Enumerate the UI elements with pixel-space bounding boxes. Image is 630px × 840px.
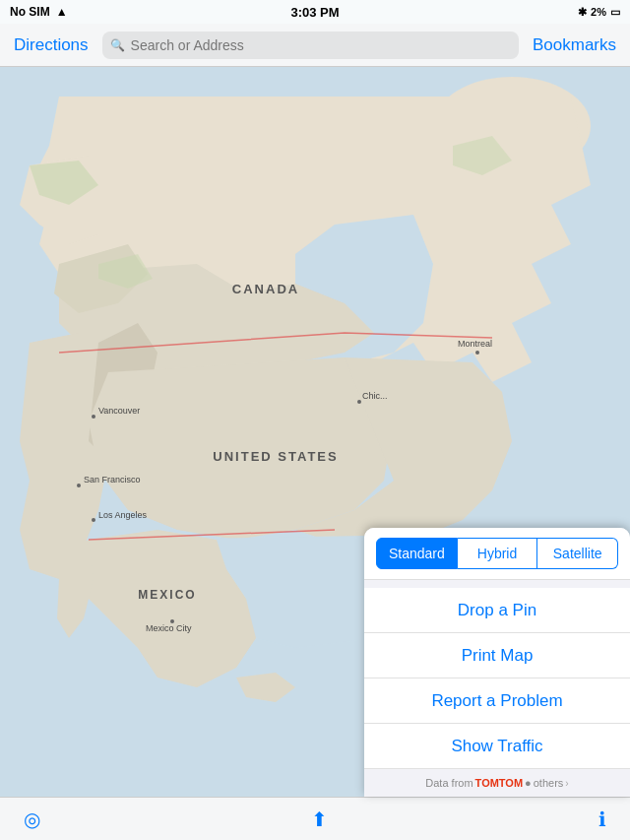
map-type-selector: Standard Hybrid Satellite — [364, 528, 630, 580]
search-bar[interactable]: 🔍 — [102, 32, 519, 59]
nav-bar: Directions 🔍 Bookmarks — [0, 24, 630, 67]
chevron-right-icon: › — [565, 778, 568, 789]
canada-label: CANADA — [232, 282, 299, 296]
bookmarks-button[interactable]: Bookmarks — [533, 35, 616, 55]
hybrid-map-button[interactable]: Hybrid — [458, 538, 538, 569]
print-map-button[interactable]: Print Map — [364, 633, 630, 678]
bluetooth-icon: ✱ — [578, 6, 587, 19]
directions-button[interactable]: Directions — [14, 35, 89, 55]
svg-point-4 — [77, 484, 81, 487]
search-input[interactable] — [131, 37, 511, 53]
drop-pin-button[interactable]: Drop a Pin — [364, 588, 630, 633]
tomtom-logo: TOMTOM — [475, 777, 523, 789]
battery-icon: ▭ — [610, 6, 620, 19]
satellite-map-button[interactable]: Satellite — [537, 538, 618, 569]
share-button[interactable]: ⬆ — [311, 808, 328, 831]
standard-map-button[interactable]: Standard — [376, 538, 458, 569]
svg-text:Mexico City: Mexico City — [146, 623, 192, 633]
status-right: ✱ 2% ▭ — [578, 6, 620, 19]
popup-panel: Standard Hybrid Satellite Drop a Pin Pri… — [364, 528, 630, 797]
carrier-text: No SIM — [10, 5, 50, 19]
battery-text: 2% — [591, 6, 606, 18]
svg-text:Los Angeles: Los Angeles — [98, 510, 148, 520]
svg-point-12 — [475, 351, 479, 355]
svg-point-10 — [357, 400, 361, 404]
attribution-dot: ● — [525, 777, 532, 789]
svg-text:San Francisco: San Francisco — [84, 475, 141, 485]
svg-point-6 — [92, 518, 95, 522]
search-icon: 🔍 — [110, 38, 125, 52]
mexico-label: MEXICO — [138, 588, 196, 602]
attribution-prefix: Data from — [425, 777, 472, 789]
svg-text:Chic...: Chic... — [362, 391, 388, 401]
svg-text:Montreal: Montreal — [458, 339, 492, 349]
status-bar: No SIM ▲ 3:03 PM ✱ 2% ▭ — [0, 0, 630, 24]
show-traffic-button[interactable]: Show Traffic — [364, 724, 630, 769]
status-time: 3:03 PM — [290, 5, 339, 20]
info-button[interactable]: ℹ — [598, 808, 606, 831]
wifi-icon: ▲ — [56, 5, 68, 19]
location-button[interactable]: ◎ — [24, 808, 40, 831]
us-label: UNITED STATES — [213, 449, 338, 464]
svg-text:Vancouver: Vancouver — [98, 406, 140, 416]
data-attribution[interactable]: Data from TOMTOM ● others › — [364, 769, 630, 797]
svg-point-2 — [92, 415, 95, 419]
status-left: No SIM ▲ — [10, 5, 68, 19]
attribution-others: others — [534, 777, 564, 789]
report-problem-button[interactable]: Report a Problem — [364, 678, 630, 724]
bottom-toolbar: ◎ ⬆ ℹ — [0, 797, 630, 840]
